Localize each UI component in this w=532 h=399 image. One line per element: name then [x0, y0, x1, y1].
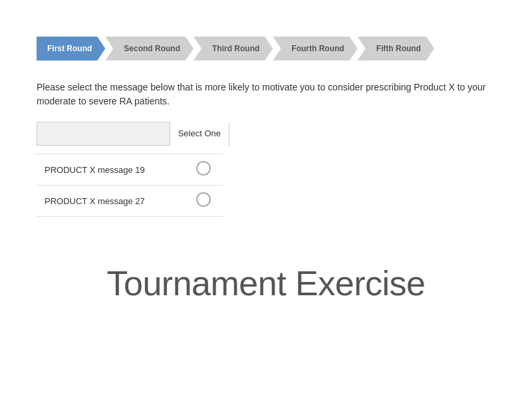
select-area: Select One	[37, 122, 495, 146]
option-2-radio[interactable]	[196, 192, 211, 207]
option-1-label: PRODUCT X message 19	[37, 154, 184, 186]
page-title: Tournament Exercise	[0, 263, 532, 303]
progress-bar: First Round Second Round Third Round Fou…	[37, 37, 495, 61]
option-row-2: PRODUCT X message 27	[37, 186, 223, 217]
step-first[interactable]: First Round	[37, 37, 105, 61]
option-1-radio-cell[interactable]	[184, 154, 223, 186]
options-table: PRODUCT X message 19 PRODUCT X message 2…	[37, 154, 223, 217]
option-2-label: PRODUCT X message 27	[37, 186, 184, 217]
option-row-1: PRODUCT X message 19	[37, 154, 223, 186]
step-second-label: Second Round	[124, 44, 180, 53]
step-fifth[interactable]: Fifth Round	[358, 37, 434, 61]
description-text: Please select the message below that is …	[37, 80, 495, 108]
step-fourth[interactable]: Fourth Round	[273, 37, 357, 61]
option-2-radio-cell[interactable]	[184, 186, 223, 217]
step-first-label: First Round	[47, 44, 92, 53]
select-box[interactable]: Select One	[37, 122, 229, 146]
step-third-label: Third Round	[212, 44, 259, 53]
select-value[interactable]: Select One	[170, 122, 229, 146]
option-1-radio[interactable]	[196, 161, 211, 176]
step-fifth-label: Fifth Round	[376, 44, 421, 53]
step-third[interactable]: Third Round	[194, 37, 273, 61]
step-second[interactable]: Second Round	[105, 37, 194, 61]
select-label-area	[37, 122, 170, 145]
step-fourth-label: Fourth Round	[291, 44, 344, 53]
